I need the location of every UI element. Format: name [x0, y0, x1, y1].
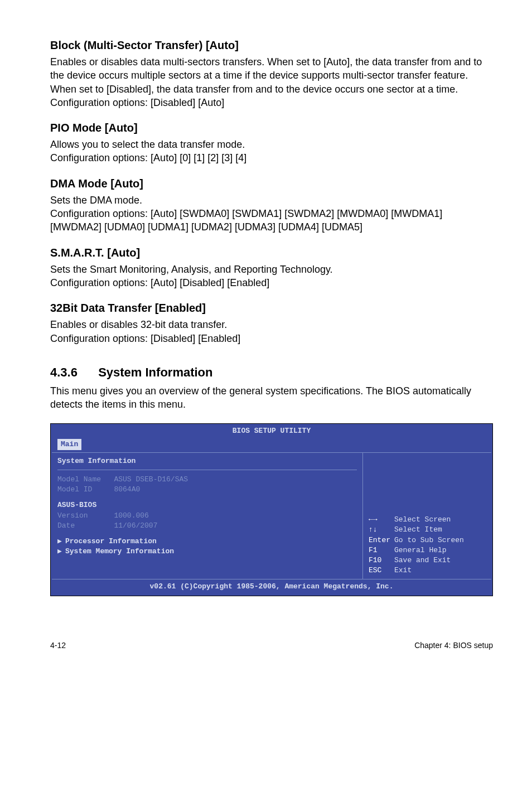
- page-footer: 4-12 Chapter 4: BIOS setup: [0, 613, 532, 661]
- menu-processor-info[interactable]: Processor Information: [65, 537, 157, 545]
- help-key: ESC: [369, 566, 394, 576]
- heading-block-multi-sector: Block (Multi-Sector Transfer) [Auto]: [50, 39, 493, 52]
- label-asus-bios: ASUS-BIOS: [57, 500, 357, 510]
- body-dma-mode: Sets the DMA mode. Configuration options…: [50, 194, 493, 234]
- body-32bit: Enables or disables 32-bit data transfer…: [50, 318, 493, 345]
- value-model-name: ASUS DSEB-D16/SAS: [114, 475, 188, 484]
- heading-32bit: 32Bit Data Transfer [Enabled]: [50, 302, 493, 315]
- heading-smart: S.M.A.R.T. [Auto]: [50, 247, 493, 259]
- body-pio-mode: Allows you to select the data transfer m…: [50, 138, 493, 165]
- help-desc: Select Screen: [394, 515, 451, 524]
- label-model-name: Model Name: [57, 475, 101, 484]
- help-desc: General Help: [394, 546, 447, 554]
- section-heading: 4.3.6 System Information: [50, 365, 493, 380]
- menu-memory-info[interactable]: System Memory Information: [65, 547, 174, 555]
- help-desc: Exit: [394, 566, 412, 574]
- heading-dma-mode: DMA Mode [Auto]: [50, 177, 493, 190]
- value-date: 11/06/2007: [114, 521, 157, 530]
- heading-pio-mode: PIO Mode [Auto]: [50, 122, 493, 134]
- label-model-id: Model ID: [57, 485, 92, 494]
- label-version: Version: [57, 511, 88, 520]
- section-intro: This menu gives you an overview of the g…: [50, 384, 493, 412]
- help-key: F10: [369, 555, 394, 566]
- value-model-id: 8064A0: [114, 485, 140, 494]
- bios-tab-main[interactable]: Main: [57, 439, 81, 450]
- help-desc: Select Item: [394, 525, 442, 534]
- help-key: ↑↓: [369, 525, 394, 535]
- triangle-icon: ▶: [57, 547, 65, 557]
- bios-system-info-header: System Information: [57, 456, 357, 470]
- bios-footer: v02.61 (C)Copyright 1985-2006, American …: [51, 579, 492, 595]
- triangle-icon: ▶: [57, 537, 65, 547]
- section-number: 4.3.6: [50, 365, 95, 380]
- label-date: Date: [57, 521, 75, 530]
- value-version: 1000.006: [114, 511, 148, 520]
- help-key: Enter: [369, 535, 394, 545]
- help-key: F1: [369, 545, 394, 555]
- bios-left-panel: System Information Model Name ASUS DSEB-…: [52, 453, 363, 579]
- help-desc: Save and Exit: [394, 556, 451, 564]
- bios-title: BIOS SETUP UTILITY: [51, 424, 492, 436]
- section-title: System Information: [98, 365, 212, 379]
- help-desc: Go to Sub Screen: [394, 536, 464, 544]
- chapter-label: Chapter 4: BIOS setup: [414, 641, 493, 650]
- bios-right-panel: ←→Select Screen ↑↓Select Item EnterGo to…: [363, 453, 491, 579]
- body-block-multi-sector: Enables or disables data multi-sectors t…: [50, 55, 493, 109]
- body-smart: Sets the Smart Monitoring, Analysis, and…: [50, 263, 493, 290]
- bios-screenshot: BIOS SETUP UTILITY Main System Informati…: [50, 423, 493, 596]
- help-key: ←→: [369, 515, 394, 525]
- page-number: 4-12: [50, 641, 66, 650]
